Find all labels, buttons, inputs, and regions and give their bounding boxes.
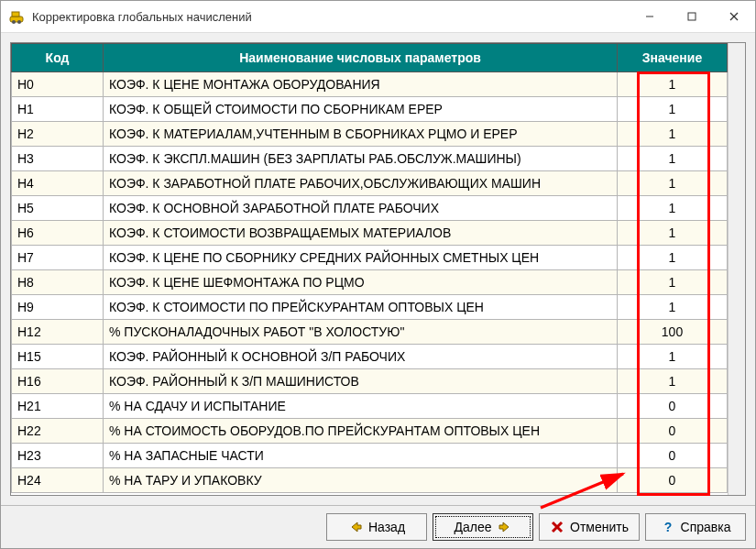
cell-value[interactable]: 1 xyxy=(618,72,728,97)
cell-code[interactable]: Н8 xyxy=(12,270,104,295)
content-area: Код Наименование числовых параметров Зна… xyxy=(1,33,755,505)
window-controls xyxy=(629,1,755,32)
cell-code[interactable]: Н12 xyxy=(12,320,104,345)
table-row[interactable]: Н8КОЭФ. К ЦЕНЕ ШЕФМОНТАЖА ПО РЦМО1 xyxy=(12,270,728,295)
vertical-scrollbar[interactable] xyxy=(728,43,745,495)
cell-code[interactable]: Н15 xyxy=(12,345,104,369)
maximize-button[interactable] xyxy=(671,1,713,32)
table-row[interactable]: Н6КОЭФ. К СТОИМОСТИ ВОЗВРАЩАЕМЫХ МАТЕРИА… xyxy=(12,221,728,246)
cell-name[interactable]: КОЭФ. К ЗАРАБОТНОЙ ПЛАТЕ РАБОЧИХ,ОБСЛУЖИ… xyxy=(104,171,618,196)
cell-name[interactable]: КОЭФ. РАЙОННЫЙ К ОСНОВНОЙ З/П РАБОЧИХ xyxy=(104,345,618,369)
cell-value[interactable]: 0 xyxy=(618,419,728,444)
cell-value[interactable]: 1 xyxy=(618,147,728,171)
cell-value[interactable]: 100 xyxy=(618,320,728,345)
cell-value[interactable]: 1 xyxy=(618,295,728,320)
cell-value[interactable]: 1 xyxy=(618,196,728,221)
cell-name[interactable]: КОЭФ. К ЦЕНЕ МОНТАЖА ОБОРУДОВАНИЯ xyxy=(104,72,618,97)
cell-value[interactable]: 1 xyxy=(618,270,728,295)
cell-code[interactable]: Н5 xyxy=(12,196,104,221)
header-code[interactable]: Код xyxy=(12,44,104,72)
cell-code[interactable]: Н2 xyxy=(12,122,104,147)
cell-name[interactable]: КОЭФ. К ОСНОВНОЙ ЗАРАБОТНОЙ ПЛАТЕ РАБОЧИ… xyxy=(104,196,618,221)
svg-text:?: ? xyxy=(663,520,672,534)
cell-name[interactable]: КОЭФ. К ЦЕНЕ ШЕФМОНТАЖА ПО РЦМО xyxy=(104,270,618,295)
cell-name[interactable]: КОЭФ. К ЭКСПЛ.МАШИН (БЕЗ ЗАРПЛАТЫ РАБ.ОБ… xyxy=(104,147,618,171)
header-name[interactable]: Наименование числовых параметров xyxy=(104,44,618,72)
cell-code[interactable]: Н23 xyxy=(12,444,104,468)
table-row[interactable]: Н7КОЭФ. К ЦЕНЕ ПО СБОРНИКУ СРЕДНИХ РАЙОН… xyxy=(12,246,728,270)
cell-value[interactable]: 0 xyxy=(618,444,728,468)
cell-code[interactable]: Н21 xyxy=(12,394,104,419)
help-label: Справка xyxy=(681,520,731,534)
table-row[interactable]: Н2КОЭФ. К МАТЕРИАЛАМ,УЧТЕННЫМ В СБОРНИКА… xyxy=(12,122,728,147)
cell-name[interactable]: % НА СТОИМОСТЬ ОБОРУДОВ.ПО ПРЕЙСКУРАНТАМ… xyxy=(104,419,618,444)
dialog-window: Корректировка глобальных начислений xyxy=(0,0,756,549)
table-row[interactable]: Н1КОЭФ. К ОБЩЕЙ СТОИМОСТИ ПО СБОРНИКАМ Е… xyxy=(12,97,728,122)
cell-name[interactable]: % НА ТАРУ И УПАКОВКУ xyxy=(104,468,618,493)
header-value[interactable]: Значение xyxy=(618,44,728,72)
table-row[interactable]: Н0КОЭФ. К ЦЕНЕ МОНТАЖА ОБОРУДОВАНИЯ1 xyxy=(12,72,728,97)
svg-rect-3 xyxy=(12,12,19,16)
window-title: Корректировка глобальных начислений xyxy=(32,10,629,24)
cell-code[interactable]: Н4 xyxy=(12,171,104,196)
table-row[interactable]: Н21% НА СДАЧУ И ИСПЫТАНИЕ0 xyxy=(12,394,728,419)
table-row[interactable]: Н5КОЭФ. К ОСНОВНОЙ ЗАРАБОТНОЙ ПЛАТЕ РАБО… xyxy=(12,196,728,221)
cell-value[interactable]: 0 xyxy=(618,468,728,493)
cell-value[interactable]: 1 xyxy=(618,345,728,369)
cell-name[interactable]: КОЭФ. К МАТЕРИАЛАМ,УЧТЕННЫМ В СБОРНИКАХ … xyxy=(104,122,618,147)
help-button[interactable]: ? Справка xyxy=(645,513,746,541)
parameters-table[interactable]: Код Наименование числовых параметров Зна… xyxy=(11,43,728,493)
table-row[interactable]: Н22% НА СТОИМОСТЬ ОБОРУДОВ.ПО ПРЕЙСКУРАН… xyxy=(12,419,728,444)
back-label: Назад xyxy=(368,520,405,534)
cell-name[interactable]: КОЭФ. РАЙОННЫЙ К З/П МАШИНИСТОВ xyxy=(104,369,618,394)
table-container: Код Наименование числовых параметров Зна… xyxy=(10,42,746,496)
cell-code[interactable]: Н3 xyxy=(12,147,104,171)
cell-value[interactable]: 1 xyxy=(618,221,728,246)
back-button[interactable]: Назад xyxy=(326,513,427,541)
cancel-icon xyxy=(550,520,564,534)
cell-name[interactable]: % НА ЗАПАСНЫЕ ЧАСТИ xyxy=(104,444,618,468)
table-row[interactable]: Н23% НА ЗАПАСНЫЕ ЧАСТИ0 xyxy=(12,444,728,468)
cell-value[interactable]: 1 xyxy=(618,122,728,147)
cancel-label: Отменить xyxy=(570,520,629,534)
table-row[interactable]: Н9КОЭФ. К СТОИМОСТИ ПО ПРЕЙСКУРАНТАМ ОПТ… xyxy=(12,295,728,320)
cell-code[interactable]: Н16 xyxy=(12,369,104,394)
close-button[interactable] xyxy=(713,1,755,32)
cell-value[interactable]: 0 xyxy=(618,394,728,419)
cell-value[interactable]: 1 xyxy=(618,246,728,270)
cell-code[interactable]: Н6 xyxy=(12,221,104,246)
table-row[interactable]: Н16КОЭФ. РАЙОННЫЙ К З/П МАШИНИСТОВ1 xyxy=(12,369,728,394)
cell-value[interactable]: 1 xyxy=(618,171,728,196)
cell-value[interactable]: 1 xyxy=(618,97,728,122)
cell-code[interactable]: Н1 xyxy=(12,97,104,122)
cell-code[interactable]: Н7 xyxy=(12,246,104,270)
cell-name[interactable]: КОЭФ. К СТОИМОСТИ ПО ПРЕЙСКУРАНТАМ ОПТОВ… xyxy=(104,295,618,320)
cell-code[interactable]: Н9 xyxy=(12,295,104,320)
cell-name[interactable]: % НА СДАЧУ И ИСПЫТАНИЕ xyxy=(104,394,618,419)
hand-right-icon xyxy=(498,520,512,534)
cell-name[interactable]: % ПУСКОНАЛАДОЧНЫХ РАБОТ "В ХОЛОСТУЮ" xyxy=(104,320,618,345)
cancel-button[interactable]: Отменить xyxy=(539,513,640,541)
cell-name[interactable]: КОЭФ. К ОБЩЕЙ СТОИМОСТИ ПО СБОРНИКАМ ЕРЕ… xyxy=(104,97,618,122)
table-row[interactable]: Н12% ПУСКОНАЛАДОЧНЫХ РАБОТ "В ХОЛОСТУЮ"1… xyxy=(12,320,728,345)
table-row[interactable]: Н24% НА ТАРУ И УПАКОВКУ0 xyxy=(12,468,728,493)
cell-code[interactable]: Н0 xyxy=(12,72,104,97)
cell-value[interactable]: 1 xyxy=(618,369,728,394)
svg-rect-0 xyxy=(10,16,23,22)
table-row[interactable]: Н3КОЭФ. К ЭКСПЛ.МАШИН (БЕЗ ЗАРПЛАТЫ РАБ.… xyxy=(12,147,728,171)
hand-left-icon xyxy=(348,520,363,534)
cell-code[interactable]: Н24 xyxy=(12,468,104,493)
cell-name[interactable]: КОЭФ. К ЦЕНЕ ПО СБОРНИКУ СРЕДНИХ РАЙОННЫ… xyxy=(104,246,618,270)
minimize-button[interactable] xyxy=(629,1,671,32)
cell-name[interactable]: КОЭФ. К СТОИМОСТИ ВОЗВРАЩАЕМЫХ МАТЕРИАЛО… xyxy=(104,221,618,246)
title-bar: Корректировка глобальных начислений xyxy=(1,1,755,33)
next-button[interactable]: Далее xyxy=(433,513,533,541)
help-icon: ? xyxy=(661,520,675,534)
svg-point-2 xyxy=(17,20,21,24)
cell-code[interactable]: Н22 xyxy=(12,419,104,444)
next-label: Далее xyxy=(454,520,491,534)
table-row[interactable]: Н4КОЭФ. К ЗАРАБОТНОЙ ПЛАТЕ РАБОЧИХ,ОБСЛУ… xyxy=(12,171,728,196)
app-icon xyxy=(8,8,25,25)
svg-rect-5 xyxy=(688,13,696,20)
table-row[interactable]: Н15КОЭФ. РАЙОННЫЙ К ОСНОВНОЙ З/П РАБОЧИХ… xyxy=(12,345,728,369)
